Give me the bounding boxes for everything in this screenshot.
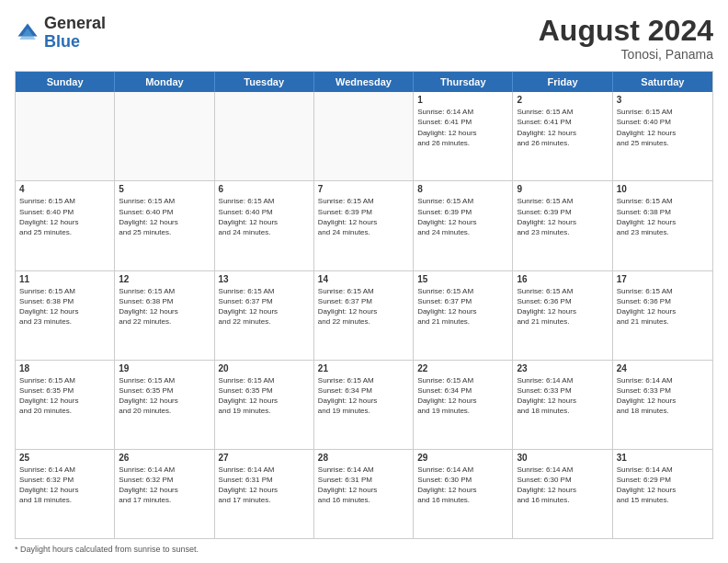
day-info: Sunrise: 6:15 AM Sunset: 6:35 PM Dayligh… (119, 375, 210, 417)
day-info: Sunrise: 6:15 AM Sunset: 6:40 PM Dayligh… (617, 107, 709, 148)
calendar-cell: 4Sunrise: 6:15 AM Sunset: 6:40 PM Daylig… (16, 181, 115, 270)
calendar-cell: 29Sunrise: 6:14 AM Sunset: 6:30 PM Dayli… (414, 450, 513, 538)
calendar-cell (115, 92, 214, 180)
calendar-cell: 16Sunrise: 6:15 AM Sunset: 6:36 PM Dayli… (513, 271, 612, 360)
day-number: 20 (219, 363, 310, 373)
day-number: 27 (219, 453, 310, 463)
weekday-header: Sunday (16, 72, 115, 92)
logo: General Blue (15, 15, 106, 52)
logo-blue: Blue (44, 32, 80, 51)
day-number: 3 (617, 95, 709, 105)
day-info: Sunrise: 6:15 AM Sunset: 6:38 PM Dayligh… (119, 286, 210, 327)
calendar-cell: 26Sunrise: 6:14 AM Sunset: 6:32 PM Dayli… (115, 450, 214, 538)
calendar-row: 1Sunrise: 6:14 AM Sunset: 6:41 PM Daylig… (16, 92, 712, 181)
calendar-row: 25Sunrise: 6:14 AM Sunset: 6:32 PM Dayli… (16, 450, 712, 538)
day-number: 17 (617, 274, 709, 284)
day-number: 22 (417, 363, 508, 373)
weekday-header: Friday (513, 72, 612, 92)
calendar-cell: 5Sunrise: 6:15 AM Sunset: 6:40 PM Daylig… (115, 181, 214, 270)
calendar-cell: 28Sunrise: 6:14 AM Sunset: 6:31 PM Dayli… (314, 450, 414, 538)
calendar-row: 18Sunrise: 6:15 AM Sunset: 6:35 PM Dayli… (16, 361, 712, 450)
day-number: 6 (219, 184, 310, 194)
calendar-cell: 21Sunrise: 6:15 AM Sunset: 6:34 PM Dayli… (314, 361, 414, 449)
day-number: 26 (119, 453, 210, 463)
day-number: 4 (19, 184, 110, 194)
calendar-cell: 19Sunrise: 6:15 AM Sunset: 6:35 PM Dayli… (115, 361, 214, 449)
day-number: 16 (517, 274, 608, 284)
day-number: 10 (617, 184, 709, 194)
page: General Blue August 2024 Tonosi, Panama … (0, 0, 728, 563)
day-number: 7 (318, 184, 409, 194)
day-number: 29 (417, 453, 508, 463)
calendar-cell: 31Sunrise: 6:14 AM Sunset: 6:29 PM Dayli… (613, 450, 712, 538)
weekday-header: Saturday (613, 72, 712, 92)
day-info: Sunrise: 6:15 AM Sunset: 6:40 PM Dayligh… (119, 196, 210, 237)
day-info: Sunrise: 6:15 AM Sunset: 6:39 PM Dayligh… (318, 196, 409, 237)
calendar-cell: 6Sunrise: 6:15 AM Sunset: 6:40 PM Daylig… (215, 181, 314, 270)
day-number: 19 (119, 363, 210, 373)
day-info: Sunrise: 6:14 AM Sunset: 6:30 PM Dayligh… (417, 465, 508, 506)
calendar-cell: 20Sunrise: 6:15 AM Sunset: 6:35 PM Dayli… (215, 361, 314, 449)
calendar-cell: 11Sunrise: 6:15 AM Sunset: 6:38 PM Dayli… (16, 271, 115, 360)
day-info: Sunrise: 6:15 AM Sunset: 6:37 PM Dayligh… (318, 286, 409, 327)
day-info: Sunrise: 6:15 AM Sunset: 6:39 PM Dayligh… (417, 196, 508, 237)
calendar-cell: 30Sunrise: 6:14 AM Sunset: 6:30 PM Dayli… (513, 450, 612, 538)
day-number: 25 (19, 453, 110, 463)
location: Tonosi, Panama (539, 47, 713, 62)
day-info: Sunrise: 6:14 AM Sunset: 6:33 PM Dayligh… (617, 375, 709, 417)
header: General Blue August 2024 Tonosi, Panama (15, 15, 713, 62)
calendar-cell: 8Sunrise: 6:15 AM Sunset: 6:39 PM Daylig… (414, 181, 513, 270)
day-number: 15 (417, 274, 508, 284)
weekday-header: Thursday (414, 72, 513, 92)
weekday-header: Monday (115, 72, 214, 92)
day-info: Sunrise: 6:15 AM Sunset: 6:38 PM Dayligh… (19, 286, 110, 327)
calendar-cell: 14Sunrise: 6:15 AM Sunset: 6:37 PM Dayli… (314, 271, 414, 360)
day-info: Sunrise: 6:15 AM Sunset: 6:41 PM Dayligh… (517, 107, 608, 148)
logo-icon (15, 20, 40, 46)
calendar-body: 1Sunrise: 6:14 AM Sunset: 6:41 PM Daylig… (16, 92, 712, 538)
calendar-cell: 22Sunrise: 6:15 AM Sunset: 6:34 PM Dayli… (414, 361, 513, 449)
day-number: 21 (318, 363, 409, 373)
day-number: 8 (417, 184, 508, 194)
calendar-cell: 12Sunrise: 6:15 AM Sunset: 6:38 PM Dayli… (115, 271, 214, 360)
day-info: Sunrise: 6:15 AM Sunset: 6:34 PM Dayligh… (318, 375, 409, 417)
calendar-cell: 13Sunrise: 6:15 AM Sunset: 6:37 PM Dayli… (215, 271, 314, 360)
day-number: 28 (318, 453, 409, 463)
day-info: Sunrise: 6:14 AM Sunset: 6:32 PM Dayligh… (119, 465, 210, 506)
day-number: 9 (517, 184, 608, 194)
day-info: Sunrise: 6:15 AM Sunset: 6:40 PM Dayligh… (219, 196, 310, 237)
calendar-cell: 24Sunrise: 6:14 AM Sunset: 6:33 PM Dayli… (613, 361, 712, 449)
calendar-cell (215, 92, 314, 180)
day-number: 30 (517, 453, 608, 463)
day-number: 18 (19, 363, 110, 373)
day-number: 2 (517, 95, 608, 105)
calendar-cell: 27Sunrise: 6:14 AM Sunset: 6:31 PM Dayli… (215, 450, 314, 538)
day-info: Sunrise: 6:14 AM Sunset: 6:31 PM Dayligh… (219, 465, 310, 506)
day-info: Sunrise: 6:15 AM Sunset: 6:34 PM Dayligh… (417, 375, 508, 417)
day-info: Sunrise: 6:14 AM Sunset: 6:29 PM Dayligh… (617, 465, 709, 506)
calendar-cell (16, 92, 115, 180)
day-number: 12 (119, 274, 210, 284)
month-title: August 2024 (539, 15, 713, 47)
calendar-cell: 1Sunrise: 6:14 AM Sunset: 6:41 PM Daylig… (414, 92, 513, 180)
calendar-cell: 2Sunrise: 6:15 AM Sunset: 6:41 PM Daylig… (513, 92, 612, 180)
day-number: 23 (517, 363, 608, 373)
day-info: Sunrise: 6:15 AM Sunset: 6:38 PM Dayligh… (617, 196, 709, 237)
day-info: Sunrise: 6:15 AM Sunset: 6:35 PM Dayligh… (19, 375, 110, 417)
day-info: Sunrise: 6:15 AM Sunset: 6:37 PM Dayligh… (219, 286, 310, 327)
day-number: 24 (617, 363, 709, 373)
calendar-cell: 18Sunrise: 6:15 AM Sunset: 6:35 PM Dayli… (16, 361, 115, 449)
calendar-cell: 7Sunrise: 6:15 AM Sunset: 6:39 PM Daylig… (314, 181, 414, 270)
calendar-cell: 10Sunrise: 6:15 AM Sunset: 6:38 PM Dayli… (613, 181, 712, 270)
day-info: Sunrise: 6:15 AM Sunset: 6:37 PM Dayligh… (417, 286, 508, 327)
weekday-header: Tuesday (215, 72, 314, 92)
footer-note: * Daylight hours calculated from sunrise… (15, 545, 713, 554)
day-info: Sunrise: 6:14 AM Sunset: 6:41 PM Dayligh… (417, 107, 508, 148)
day-info: Sunrise: 6:15 AM Sunset: 6:40 PM Dayligh… (19, 196, 110, 237)
day-info: Sunrise: 6:15 AM Sunset: 6:36 PM Dayligh… (517, 286, 608, 327)
day-number: 31 (617, 453, 709, 463)
weekday-header: Wednesday (314, 72, 414, 92)
calendar-cell: 9Sunrise: 6:15 AM Sunset: 6:39 PM Daylig… (513, 181, 612, 270)
day-number: 13 (219, 274, 310, 284)
calendar-row: 11Sunrise: 6:15 AM Sunset: 6:38 PM Dayli… (16, 271, 712, 361)
